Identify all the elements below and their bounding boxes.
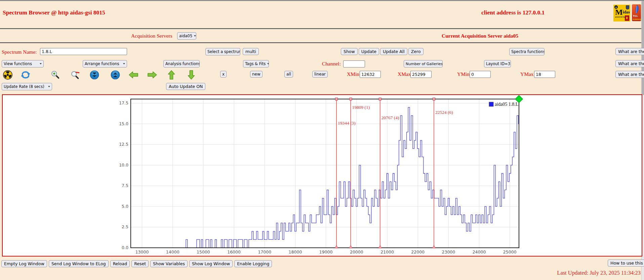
pan-up-icon[interactable]	[167, 70, 177, 80]
spectra-functions-value: Spectra functions	[511, 49, 545, 54]
chevron-down-icon	[48, 86, 50, 87]
enable-logging-button[interactable]: Enable Logging	[234, 260, 272, 267]
auto-update-button[interactable]: Auto Update ON	[166, 83, 205, 90]
spectrum-name-label: Spectrum Name:	[2, 49, 37, 55]
show-variables-button[interactable]: Show Variables	[150, 260, 188, 267]
svg-text:14000: 14000	[166, 249, 179, 254]
number-of-galleries-value: Number of Galleries	[406, 62, 443, 66]
midas-logo-emblem-icon	[614, 5, 618, 9]
layout-id-value: Layout ID=3	[486, 61, 510, 66]
spectrum-action-buttons: Show Update Update All Zero	[341, 48, 424, 55]
number-of-galleries-select[interactable]: Number of Galleries	[404, 60, 443, 67]
acquisition-server-select[interactable]: aida05	[177, 32, 196, 40]
spectrum-browser-page: Spectrum Browser @ http aidas-gsi 8015 c…	[0, 0, 644, 280]
svg-text:19000: 19000	[319, 249, 333, 254]
tags-fits-value: Tags & Fits	[245, 61, 266, 66]
window-top-edge	[0, 0, 644, 1]
what-are-these-button-2[interactable]: What are these?	[615, 60, 644, 67]
channel-label: Channel:	[322, 61, 341, 67]
marker-top-handle[interactable]	[379, 98, 381, 100]
midas-logo[interactable]: Midas powered by	[613, 5, 630, 21]
xmin-input[interactable]	[360, 71, 381, 78]
new-button[interactable]: new	[250, 71, 263, 78]
svg-text:23000: 23000	[442, 249, 455, 254]
spectrum-chart-panel: 1300014000150001600017000180001900020000…	[2, 94, 642, 256]
spectrum-name-input[interactable]	[40, 48, 127, 55]
svg-text:10.0: 10.0	[119, 162, 128, 168]
marker-top-handle[interactable]	[433, 98, 435, 100]
linear-button[interactable]: linear	[312, 71, 328, 78]
spectra-functions-select[interactable]: Spectra functions	[509, 48, 545, 55]
svg-text:7.5: 7.5	[122, 183, 128, 188]
marker-line-20767[interactable]: 20767 (4)	[378, 98, 399, 248]
marker-label: 22524 (6)	[435, 110, 453, 115]
radiation-icon[interactable]	[3, 70, 13, 80]
marker-line-22524[interactable]: 22524 (6)	[432, 98, 453, 248]
update-button[interactable]: Update	[359, 48, 379, 55]
show-button[interactable]: Show	[341, 48, 358, 55]
marker-bottom-handle[interactable]	[432, 245, 435, 248]
marker-bottom-handle[interactable]	[349, 245, 352, 248]
view-functions-select[interactable]: View functions	[2, 60, 44, 67]
acquisition-servers-label: Acquisition Servers	[131, 33, 172, 39]
marker-top-handle[interactable]	[335, 98, 338, 100]
divider-top	[0, 28, 641, 29]
chevron-down-icon	[40, 63, 42, 64]
all-button[interactable]: all	[284, 71, 293, 78]
refresh-icon[interactable]	[21, 70, 31, 80]
reload-button[interactable]: Reload	[110, 260, 130, 267]
divider-acquisition	[0, 42, 641, 43]
pan-down-icon[interactable]	[187, 70, 197, 80]
marker-label: 19344 (3)	[338, 121, 356, 126]
expand-vertical-icon[interactable]	[110, 70, 120, 80]
layout-id-select[interactable]: Layout ID=3	[484, 60, 511, 67]
x-toggle-button[interactable]: x	[220, 71, 227, 78]
chevron-down-icon	[123, 63, 125, 64]
what-are-these-button-1[interactable]: What are these?	[615, 48, 644, 55]
svg-text:18000: 18000	[289, 249, 302, 254]
compress-vertical-icon[interactable]	[89, 70, 99, 80]
tcl-logo-subtext: POWERED	[633, 18, 641, 20]
update-all-button[interactable]: Update All	[380, 48, 407, 55]
spectrum-plot[interactable]: 1300014000150001600017000180001900020000…	[3, 95, 640, 254]
reset-button[interactable]: Reset	[131, 260, 149, 267]
pan-right-icon[interactable]	[147, 71, 157, 81]
pan-left-icon[interactable]	[128, 71, 138, 81]
tags-fits-select[interactable]: Tags & Fits	[243, 60, 269, 67]
empty-log-window-button[interactable]: Empty Log Window	[1, 260, 47, 267]
marker-line-19344[interactable]: 19344 (3)	[335, 98, 356, 248]
select-spectrum-dropdown[interactable]: Select a spectrum	[205, 48, 240, 55]
svg-text:25000: 25000	[503, 249, 517, 254]
zoom-out-icon[interactable]	[70, 70, 80, 80]
marker-label: 19809 (1)	[352, 105, 370, 110]
zero-button[interactable]: Zero	[408, 48, 424, 55]
midas-logo-text-m: M	[615, 8, 623, 16]
svg-text:21000: 21000	[380, 249, 394, 254]
channel-input[interactable]	[343, 60, 365, 67]
tcl-powered-logo[interactable]: TCL POWERED	[632, 4, 641, 21]
update-rate-select[interactable]: Update Rate (8 secs)	[2, 83, 52, 90]
multi-button[interactable]: multi	[243, 48, 259, 55]
show-log-window-button[interactable]: Show Log Window	[189, 260, 233, 267]
ymin-input[interactable]	[470, 71, 491, 78]
marker-bottom-handle[interactable]	[335, 245, 338, 248]
marker-bottom-handle[interactable]	[378, 245, 381, 248]
client-address: client address is 127.0.0.1	[481, 9, 545, 16]
svg-text:24000: 24000	[473, 249, 486, 254]
plot-border	[131, 99, 519, 248]
marker-top-handle[interactable]	[350, 98, 352, 100]
xmax-input[interactable]	[410, 71, 432, 78]
svg-text:17.5: 17.5	[119, 100, 128, 105]
legend-swatch	[489, 102, 493, 106]
zoom-in-icon[interactable]	[50, 70, 60, 80]
svg-text:0.0: 0.0	[122, 245, 128, 250]
analysis-functions-select[interactable]: Analysis functions	[163, 60, 200, 67]
midas-logo-subtext: powered by	[615, 16, 625, 18]
gridlines-and-ticks: 1300014000150001600017000180001900020000…	[119, 99, 519, 254]
tcl-feather-icon	[632, 4, 641, 16]
ymax-input[interactable]	[534, 71, 555, 78]
arrange-functions-select[interactable]: Arrange functions	[83, 60, 127, 67]
what-are-these-button-3[interactable]: What are these?	[615, 71, 644, 78]
how-to-use-this-page-button[interactable]: How to use this page	[608, 260, 644, 267]
send-log-window-to-elog-button[interactable]: Send Log Window to ELog	[49, 260, 109, 267]
